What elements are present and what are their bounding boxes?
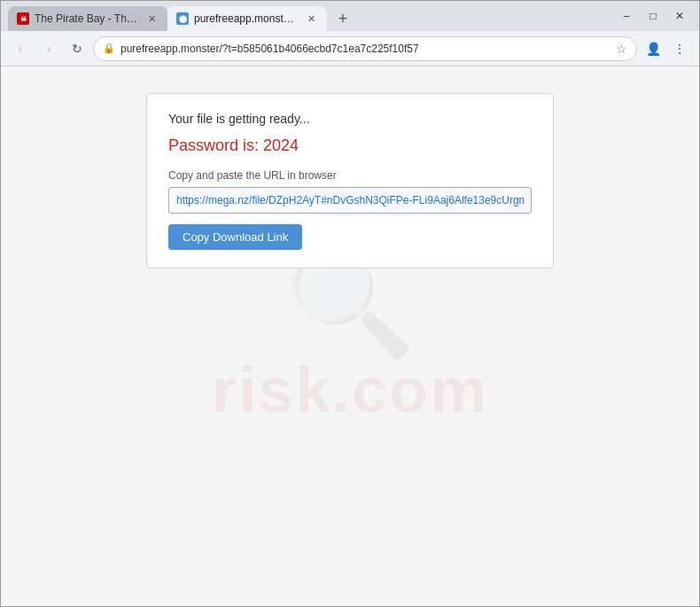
content-card: Your file is getting ready... Password i… (146, 93, 554, 268)
tab-close-purefreeapp[interactable]: ✕ (304, 12, 318, 26)
url-label: Copy and paste the URL in browser (168, 169, 532, 182)
back-button[interactable]: ‹ (8, 36, 33, 61)
bookmark-star-icon[interactable]: ☆ (616, 42, 627, 56)
tab-bar: ☠ The Pirate Bay - The galaxy's m... ✕ ⬤… (8, 1, 603, 31)
navigation-bar: ‹ › ↻ 🔒 purefreeapp.monster/?t=b585061b4… (1, 31, 699, 66)
title-bar: ☠ The Pirate Bay - The galaxy's m... ✕ ⬤… (1, 1, 699, 31)
menu-icon[interactable]: ⋮ (667, 36, 692, 61)
address-text: purefreeapp.monster/?t=b585061b4066ecbd7… (121, 43, 611, 55)
maximize-button[interactable]: □ (641, 4, 665, 28)
forward-button[interactable]: › (36, 36, 61, 61)
browser-window: ☠ The Pirate Bay - The galaxy's m... ✕ ⬤… (0, 0, 700, 607)
lock-icon: 🔒 (103, 43, 115, 54)
address-bar[interactable]: 🔒 purefreeapp.monster/?t=b585061b4066ecb… (93, 36, 637, 61)
tab-label-piratebay: The Pirate Bay - The galaxy's m... (35, 12, 139, 25)
close-button[interactable]: ✕ (667, 4, 692, 28)
tab-purefreeapp[interactable]: ⬤ purefreeapp.monster/?t=b585... ✕ (167, 6, 327, 31)
minimize-button[interactable]: – (614, 4, 639, 28)
profile-icon[interactable]: 👤 (641, 36, 665, 61)
password-display: Password is: 2024 (168, 136, 532, 155)
window-controls: – □ ✕ (614, 4, 692, 28)
tab-label-purefreeapp: purefreeapp.monster/?t=b585... (194, 12, 299, 25)
page-content: 🔍 risk.com Your file is getting ready...… (1, 66, 699, 606)
watermark-text: risk.com (212, 354, 488, 426)
url-input[interactable] (168, 187, 532, 214)
copy-download-button[interactable]: Copy Download Link (168, 224, 302, 250)
card-title: Your file is getting ready... (168, 112, 532, 126)
tab-favicon-piratebay: ☠ (17, 12, 29, 25)
tab-favicon-purefreeapp: ⬤ (176, 12, 189, 25)
tab-piratebay[interactable]: ☠ The Pirate Bay - The galaxy's m... ✕ (8, 6, 167, 31)
refresh-button[interactable]: ↻ (65, 36, 89, 61)
nav-right-icons: 👤 ⋮ (641, 36, 692, 61)
tab-close-piratebay[interactable]: ✕ (144, 12, 159, 26)
new-tab-button[interactable]: + (331, 6, 355, 31)
